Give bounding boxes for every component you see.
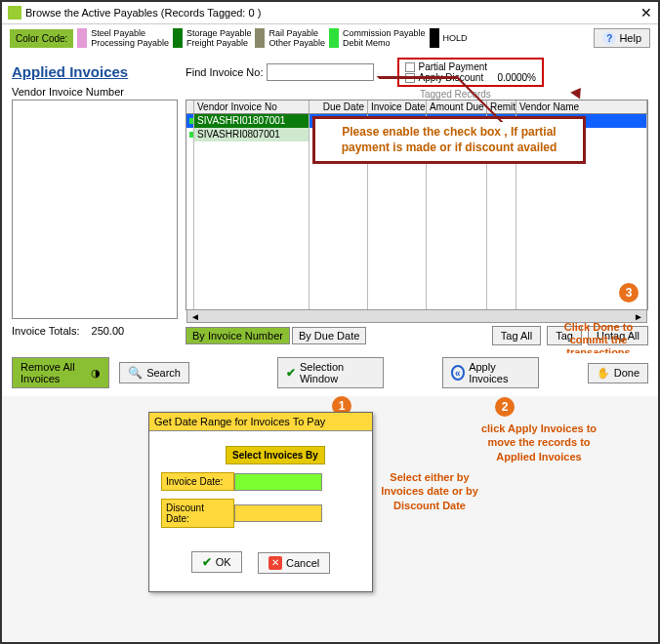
swatch-storage bbox=[173, 28, 183, 48]
ok-button[interactable]: ✔OK bbox=[191, 551, 242, 573]
cancel-x-icon: ✕ bbox=[268, 556, 282, 570]
swatch-hold bbox=[430, 28, 439, 48]
action-row: Remove All Invoices◑ 🔍Search ✔Selection … bbox=[2, 353, 658, 396]
apply-icon: « bbox=[451, 365, 466, 381]
tab-by-due-date[interactable]: By Due Date bbox=[292, 327, 366, 344]
discount-date-label: Discount Date: bbox=[161, 499, 234, 528]
dialog-title: Get Date Range for Invoices To Pay bbox=[149, 413, 372, 431]
right-pane: Find Invoice No: Partial Payment Apply D… bbox=[186, 58, 648, 349]
annotation-number-3: 3 bbox=[619, 283, 639, 302]
window-titlebar: Browse the Active Payables (Records Tagg… bbox=[2, 2, 658, 24]
selection-window-button[interactable]: ✔Selection Window bbox=[277, 357, 384, 388]
tab-by-invoice-number[interactable]: By Invoice Number bbox=[186, 327, 290, 344]
date-range-dialog: Get Date Range for Invoices To Pay Selec… bbox=[148, 412, 373, 592]
annotation-number-2: 2 bbox=[495, 397, 515, 417]
discount-date-input[interactable] bbox=[234, 504, 322, 522]
swatch-commission bbox=[329, 28, 339, 48]
partial-payment-check[interactable]: Partial Payment bbox=[405, 61, 536, 72]
left-pane: Applied Invoices Vendor Invoice Number I… bbox=[12, 58, 178, 349]
find-invoice-label: Find Invoice No: bbox=[186, 66, 263, 78]
apply-invoices-button[interactable]: «Apply Invoices bbox=[442, 357, 539, 388]
window-title: Browse the Active Payables (Records Tagg… bbox=[25, 7, 261, 19]
swatch-rail-label: Rail Payable Other Payable bbox=[268, 28, 325, 48]
tag-all-button[interactable]: Tag All bbox=[492, 326, 541, 345]
color-code-label: Color Code: bbox=[10, 29, 73, 48]
select-invoices-by-label: Select Invoices By bbox=[226, 446, 325, 464]
swatch-steel-label: Steel Payable Processing Payable bbox=[91, 28, 169, 48]
swatch-hold-label: HOLD bbox=[443, 33, 468, 43]
annotation-apply: click Apply Invoices to move the records… bbox=[480, 422, 598, 463]
invoice-totals: Invoice Totals: 250.00 bbox=[12, 325, 178, 337]
find-invoice-input[interactable] bbox=[267, 63, 374, 81]
invoice-totals-label: Invoice Totals: bbox=[12, 325, 80, 337]
swatch-commission-label: Commission Payable Debit Memo bbox=[343, 28, 426, 48]
done-button[interactable]: ✋Done bbox=[588, 363, 648, 383]
search-icon: 🔍 bbox=[128, 366, 143, 380]
cancel-button[interactable]: ✕Cancel bbox=[258, 552, 330, 574]
invoice-totals-value: 250.00 bbox=[92, 325, 125, 337]
check-icon: ✔ bbox=[286, 366, 296, 380]
ok-check-icon: ✔ bbox=[202, 555, 212, 569]
annotation-select-by: Select either by Invoices date or by Dis… bbox=[381, 470, 478, 512]
search-button[interactable]: 🔍Search bbox=[119, 362, 189, 383]
app-icon bbox=[8, 6, 21, 20]
swatch-storage-label: Storage Payable Freight Payable bbox=[186, 28, 252, 48]
applied-invoices-list[interactable] bbox=[12, 100, 178, 319]
invoice-date-label: Invoice Date: bbox=[161, 472, 234, 491]
callout-enable-checkbox: Please enable the check box , If partial… bbox=[312, 116, 586, 164]
vendor-invoice-number-label: Vendor Invoice Number bbox=[12, 86, 178, 98]
applied-invoices-heading: Applied Invoices bbox=[12, 63, 178, 80]
color-code-toolbar: Color Code: Steel Payable Processing Pay… bbox=[2, 24, 658, 52]
done-icon: ✋ bbox=[597, 367, 610, 380]
help-button[interactable]: Help bbox=[594, 28, 650, 48]
close-icon[interactable]: ✕ bbox=[640, 5, 652, 20]
main-area: Applied Invoices Vendor Invoice Number I… bbox=[2, 52, 658, 353]
swatch-rail bbox=[255, 28, 265, 48]
swatch-steel bbox=[77, 28, 87, 48]
invoice-date-input[interactable] bbox=[234, 473, 322, 491]
remove-all-invoices-button[interactable]: Remove All Invoices◑ bbox=[12, 357, 109, 388]
